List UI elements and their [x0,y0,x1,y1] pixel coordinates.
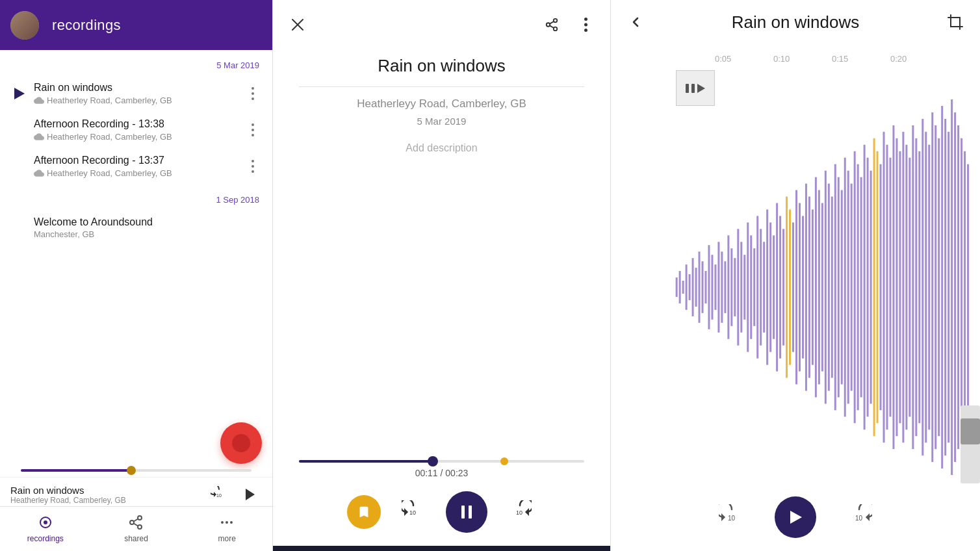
svg-rect-114 [909,158,910,417]
add-description-button[interactable]: Add description [406,142,477,154]
close-button[interactable] [286,13,309,36]
recording-item-afternoon-1337[interactable]: Afternoon Recording - 13:37 Heatherley R… [0,148,272,185]
right-forward-button[interactable]: 10 [842,500,876,534]
progress-bookmark[interactable] [500,457,508,465]
svg-point-31 [584,23,587,27]
timeline-marker-010: 0:10 [773,54,790,64]
progress-thumb[interactable] [428,456,438,467]
svg-rect-111 [899,151,901,424]
svg-rect-57 [724,261,726,313]
svg-rect-58 [727,235,729,339]
svg-rect-77 [789,209,791,365]
more-menu-rain[interactable] [244,84,262,103]
more-menu-1337[interactable] [244,157,262,175]
svg-point-32 [584,29,587,32]
svg-rect-46 [689,274,691,300]
right-header: Rain on windows [611,0,980,44]
waveform-scrollbar[interactable] [961,405,980,483]
svg-text:10: 10 [516,509,522,516]
svg-rect-71 [769,222,771,352]
rewind-button[interactable]: 10 [396,495,430,529]
svg-rect-125 [944,119,946,455]
record-button[interactable] [220,422,262,464]
recording-location-1338: Heatherley Road, Camberley, GB [34,131,244,142]
mini-player-info: Rain on windows Heatherley Road, Camberl… [10,483,262,506]
svg-rect-113 [905,145,907,429]
progress-container[interactable] [299,460,584,463]
svg-rect-81 [802,216,804,358]
svg-point-20 [221,521,224,524]
svg-rect-92 [838,177,840,398]
right-rewind-button[interactable]: 10 [715,500,749,534]
mini-rewind-button[interactable]: 10 [207,483,231,506]
progress-track[interactable] [299,460,584,463]
svg-rect-84 [812,209,814,365]
scrollbar-thumb[interactable] [961,418,980,444]
recording-title-rain: Rain on windows [34,82,244,94]
right-play-button[interactable] [775,496,816,538]
svg-text:10: 10 [728,515,736,522]
recording-location-1337: Heatherley Road, Camberley, GB [34,168,244,178]
svg-rect-107 [886,145,888,429]
mini-play-button[interactable] [239,483,262,506]
svg-rect-54 [714,264,716,310]
svg-rect-104 [877,151,879,424]
bookmark-button[interactable] [347,495,381,529]
svg-rect-44 [682,281,684,294]
nav-more-icon [218,513,236,532]
svg-rect-96 [851,184,853,391]
svg-rect-95 [847,171,849,404]
left-header: recordings [0,0,272,50]
svg-line-28 [550,25,554,28]
svg-rect-106 [883,132,885,442]
nav-item-more[interactable]: more [201,513,253,543]
pause-button[interactable] [446,491,487,533]
svg-rect-70 [766,209,768,365]
svg-rect-78 [792,222,794,352]
cloud-icon-1338 [34,131,44,142]
recording-item-afternoon-1338[interactable]: Afternoon Recording - 13:38 Heatherley R… [0,112,272,148]
svg-rect-93 [841,190,843,385]
nav-item-shared[interactable]: shared [110,513,162,543]
more-options-button[interactable] [574,13,597,36]
svg-text:10: 10 [855,515,863,522]
mini-progress-container[interactable] [0,469,272,477]
back-button[interactable] [624,10,647,34]
recording-info-1338: Afternoon Recording - 13:38 Heatherley R… [34,118,244,142]
recording-info-welcome: Welcome to Aroundsound Manchester, GB [34,216,262,239]
mini-progress-bar[interactable] [21,469,251,472]
svg-rect-56 [721,251,723,323]
svg-rect-97 [854,151,856,424]
right-panel: Rain on windows 0:05 0:10 0:15 0:20 [611,0,980,551]
svg-rect-115 [912,125,914,449]
svg-point-9 [251,170,254,173]
date-separator-march: 5 Mar 2019 [0,50,272,75]
svg-rect-75 [782,229,784,345]
svg-rect-122 [935,125,936,449]
recording-item-rain-on-windows[interactable]: Rain on windows Heatherley Road, Camberl… [0,75,272,112]
nav-recordings-label: recordings [27,534,64,543]
waveform-area[interactable]: 0:05 0:10 0:15 0:20 [611,44,980,483]
forward-button[interactable]: 10 [503,495,537,529]
nav-item-recordings[interactable]: recordings [19,513,71,543]
svg-rect-48 [695,268,697,307]
svg-rect-63 [743,255,745,320]
recording-item-welcome[interactable]: Welcome to Aroundsound Manchester, GB [0,210,272,246]
crop-button[interactable] [944,10,967,34]
recording-detail: Rain on windows Heatherleyy Road, Camber… [273,43,610,460]
svg-rect-87 [821,203,823,371]
svg-line-19 [134,519,138,522]
svg-rect-119 [925,132,927,442]
playhead[interactable] [676,70,715,106]
avatar[interactable] [10,11,39,40]
recording-title-1337: Afternoon Recording - 13:37 [34,155,244,166]
recording-info-1337: Afternoon Recording - 13:37 Heatherley R… [34,155,244,178]
nav-recordings-icon [36,513,55,532]
svg-marker-0 [14,88,25,99]
play-icon-active[interactable] [10,84,29,103]
time-display: 00:11 / 00:23 [299,468,584,478]
share-button[interactable] [540,13,563,36]
more-menu-1338[interactable] [244,121,262,139]
svg-rect-47 [692,258,694,316]
recording-title-1338: Afternoon Recording - 13:38 [34,118,244,130]
